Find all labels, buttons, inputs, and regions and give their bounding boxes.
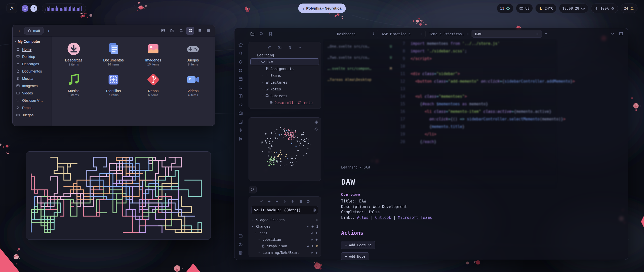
calendar-ribbon-button[interactable] [238,77,243,82]
tab-asp-practice-6[interactable]: ASP Practice 6× [379,30,426,38]
sidebar-tab-bookmarks[interactable] [268,31,273,36]
volume-widget[interactable]: 100% [591,4,618,13]
note-link-microsoft-teams[interactable]: Microsoft Teams [398,215,432,220]
refresh-button[interactable] [306,199,310,203]
random-note-ribbon-button[interactable] [238,119,243,124]
sidebar-item-desktop[interactable]: Desktop [13,53,52,60]
tree-item-learning[interactable]: ▾Learning [250,52,319,58]
tab-dashboard[interactable]: Dashboard [334,30,379,38]
sidebar-tab-search[interactable] [259,31,264,36]
sidebar-item-videos[interactable]: Videos [13,89,52,97]
apps-button[interactable] [22,5,28,12]
git-row-obsidian[interactable]: ▾.obsidian↩ [251,236,318,243]
notifications-widget[interactable]: 24 [621,4,637,13]
tab-daw[interactable]: DAW× [472,30,542,38]
library-ribbon-button[interactable] [238,94,243,99]
updates-widget[interactable]: 11 [497,4,514,13]
home-ribbon-button[interactable] [238,42,243,47]
commit-button[interactable] [259,199,263,203]
sidebar-item-juegos[interactable]: Juegos [13,111,52,119]
tools-ribbon-button[interactable] [238,137,243,142]
stage-icon[interactable] [315,251,318,254]
terminal-ribbon-button[interactable] [238,85,243,90]
note-link-aules[interactable]: Aules [357,215,368,220]
back-button[interactable]: ‹ [15,27,23,35]
tree-item-desarrollo-cliente[interactable]: Desarrollo-Cliente [250,99,319,106]
clear-message-icon[interactable] [312,208,316,212]
close-tab-icon[interactable]: × [420,32,423,36]
sidebar-item-home[interactable]: Home [13,46,52,53]
tree-item-notes[interactable]: ▸Notes [250,86,319,92]
stage-icon[interactable] [311,225,314,228]
folder-repos[interactable]: Repos6 items [133,72,173,97]
keyboard-layout-widget[interactable]: US [516,4,533,13]
sidebar-section-header[interactable]: ▾ My Computer [13,39,52,46]
folder-imagenes[interactable]: Imagenes10 items [133,41,173,66]
discard-icon[interactable]: ↩ [307,244,309,248]
stage-icon[interactable] [315,231,318,235]
settings-ribbon-button[interactable] [238,251,243,256]
folder-videos[interactable]: Videos4 items [173,72,213,97]
stage-all-button[interactable] [267,199,271,203]
notes-button[interactable] [30,5,37,12]
discard-icon[interactable]: ↩ [311,251,313,255]
split-editor-icon[interactable] [619,31,623,36]
tree-item-daw[interactable]: ▾DAW [250,58,319,65]
git-row-root[interactable]: ▾root↩ [251,230,318,236]
stage-icon[interactable] [311,245,314,248]
tree-item-exams[interactable]: ▸Exams [250,72,319,79]
unstage-all-button[interactable] [275,199,279,203]
code-ribbon-button[interactable] [238,102,243,107]
commit-message-input[interactable] [251,206,318,214]
weather-widget[interactable]: 24°C [535,4,556,13]
local-graph[interactable] [249,118,321,177]
preview-button[interactable] [159,27,167,35]
search-button[interactable] [177,27,185,35]
search-ribbon-button[interactable] [238,51,243,56]
view-list-button[interactable] [195,27,203,35]
menu-button[interactable] [204,27,212,35]
discard-icon[interactable]: ↩ [307,225,309,228]
view-grid-button[interactable] [186,27,194,35]
tab-tema-6-pr-cticas[interactable]: Tema 6 Prácticas -…× [426,30,472,38]
tree-item-subjects[interactable]: ▾Subjects [250,92,319,99]
sidebar-item-repos[interactable]: Repos [13,104,52,111]
vault-switcher-ribbon-button[interactable] [238,233,243,239]
breadcrumb[interactable]: matt [24,27,44,35]
canvas-ribbon-button[interactable] [238,68,243,73]
graph-focus-icon[interactable] [314,127,318,131]
folder-documentos[interactable]: Documentos14 items [94,41,133,66]
new-tab-button[interactable]: + [544,31,547,37]
unstage-icon[interactable] [311,218,314,222]
camera-ribbon-button[interactable] [238,111,243,116]
pull-button[interactable] [291,199,295,203]
close-tab-icon[interactable]: × [466,32,469,36]
sidebar-item-obsidian-v[interactable]: Obsidian V… [13,97,52,104]
tree-item-assignments[interactable]: ▸Assignments [250,65,319,72]
new-note-button[interactable] [267,45,271,50]
sidebar-item-imagenes[interactable]: Imagenes [13,82,52,89]
add-lecture-button[interactable]: + Add Lecture [341,241,375,249]
folder-plantillas[interactable]: Plantillas7 items [94,72,133,97]
now-playing-widget[interactable]: ♪ Polyphia - Neurotica [298,4,346,13]
git-row-changes[interactable]: ▾Changes↩2 [251,223,318,230]
stage-icon[interactable] [315,238,318,241]
new-folder-button[interactable] [277,45,282,50]
folder-musica[interactable]: Musica6 items [54,72,94,97]
tab-list-icon[interactable] [610,31,615,36]
graph-ribbon-button[interactable] [238,59,243,64]
new-folder-button[interactable] [168,27,176,35]
layout-button[interactable] [298,199,302,203]
git-row-staged-changes[interactable]: ▾Staged Changes0 [251,217,318,223]
finance-ribbon-button[interactable] [238,128,243,133]
tree-item-lectures[interactable]: ▸Lectures [250,79,319,86]
git-row-graph-json[interactable]: graph.json↩M [251,243,318,249]
launcher-button[interactable]: Λ [7,4,17,13]
sidebar-tab-files[interactable] [250,31,255,36]
add-note-button[interactable]: + Add Note [341,252,369,260]
discard-icon[interactable]: ↩ [311,231,313,235]
sort-button[interactable] [288,45,292,50]
sidebar-item-musica[interactable]: Musica [13,75,52,82]
note-link-outlook[interactable]: Outlook [375,215,391,220]
discard-icon[interactable]: ↩ [311,238,313,242]
